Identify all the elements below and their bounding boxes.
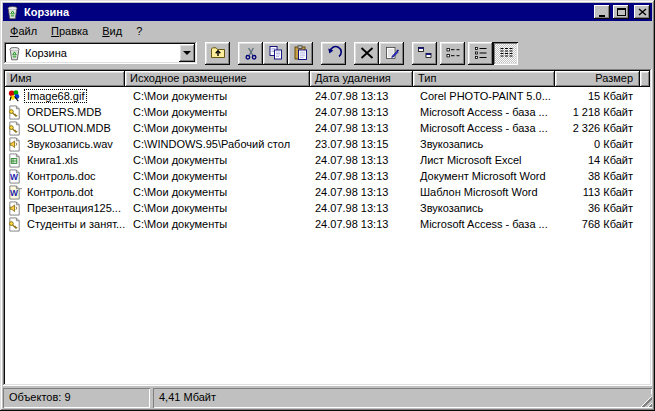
file-type: Corel PHOTO-PAINT 5.0... — [413, 90, 555, 102]
word-document-icon — [7, 169, 22, 184]
file-type: Звукозапись — [413, 138, 555, 150]
file-deleted-date: 24.07.98 13:13 — [310, 170, 413, 182]
menu-view[interactable]: Вид — [95, 24, 129, 39]
column-header-location[interactable]: Исходное размещение — [125, 71, 310, 87]
view-details-button[interactable] — [493, 42, 518, 65]
file-location: C:\Мои документы — [125, 106, 310, 118]
cut-button[interactable] — [238, 42, 263, 65]
file-deleted-date: 23.07.98 13:15 — [310, 138, 413, 150]
menu-help[interactable]: ? — [129, 24, 149, 39]
view-small-icons-button[interactable] — [440, 42, 465, 65]
table-row[interactable]: Презентация125... C:\Мои документы 24.07… — [5, 200, 650, 216]
file-location: C:\Мои документы — [125, 170, 310, 182]
delete-button[interactable] — [354, 42, 379, 65]
file-location: C:\Мои документы — [125, 218, 310, 230]
file-type: Звукозапись — [413, 202, 555, 214]
column-header-size[interactable]: Размер — [555, 71, 640, 87]
view-large-icons-button[interactable] — [412, 42, 437, 65]
file-deleted-date: 24.07.98 13:13 — [310, 202, 413, 214]
maximize-icon — [617, 8, 626, 16]
details-view-icon — [498, 45, 514, 61]
file-name-cell: Контроль.dot — [5, 185, 125, 200]
list-view-icon — [473, 45, 489, 61]
toolbar: Корзина — [3, 40, 652, 68]
undo-arrow-icon — [326, 45, 342, 61]
file-name-cell: Звукозапись.wav — [5, 137, 125, 152]
access-database-icon — [7, 217, 22, 232]
sound-file-icon — [7, 137, 22, 152]
file-size: 113 Кбайт — [555, 186, 640, 198]
maximize-button[interactable] — [613, 5, 629, 19]
file-name: SOLUTION.MDB — [25, 122, 113, 134]
paste-button[interactable] — [288, 42, 313, 65]
file-size: 0 Кбайт — [555, 138, 640, 150]
file-deleted-date: 24.07.98 13:13 — [310, 154, 413, 166]
file-location: C:\Мои документы — [125, 154, 310, 166]
file-name: ORDERS.MDB — [25, 106, 104, 118]
file-list: Имя Исходное размещение Дата удаления Ти… — [3, 69, 652, 386]
file-size: 15 Кбайт — [555, 90, 640, 102]
file-deleted-date: 24.07.98 13:13 — [310, 106, 413, 118]
menu-file[interactable]: Файл — [3, 24, 44, 39]
file-size: 768 Кбайт — [555, 218, 640, 230]
status-object-count: Объектов: 9 — [3, 388, 150, 408]
sound-file-icon — [7, 201, 22, 216]
large-icons-icon — [417, 45, 433, 61]
table-row[interactable]: Контроль.dot C:\Мои документы 24.07.98 1… — [5, 184, 650, 200]
file-name-cell: Image68.gif — [5, 89, 125, 104]
table-row[interactable]: Image68.gif C:\Мои документы 24.07.98 13… — [5, 88, 650, 104]
file-name: Звукозапись.wav — [25, 138, 115, 150]
file-deleted-date: 24.07.98 13:13 — [310, 90, 413, 102]
file-location: C:\Мои документы — [125, 122, 310, 134]
file-type: Microsoft Access - база ... — [413, 218, 555, 230]
file-name: Книга1.xls — [25, 154, 80, 166]
file-name: Презентация125... — [25, 202, 123, 214]
close-button[interactable] — [634, 5, 650, 19]
view-list-button[interactable] — [468, 42, 493, 65]
menu-bar: Файл Правка Вид ? — [3, 21, 652, 40]
file-name-cell: Презентация125... — [5, 201, 125, 216]
combobox-dropdown-button[interactable] — [179, 44, 195, 62]
status-total-size: 4,41 Мбайт — [153, 388, 652, 408]
table-row[interactable]: ORDERS.MDB C:\Мои документы 24.07.98 13:… — [5, 104, 650, 120]
file-deleted-date: 24.07.98 13:13 — [310, 218, 413, 230]
file-size: 14 Кбайт — [555, 154, 640, 166]
file-type: Шаблон Microsoft Word — [413, 186, 555, 198]
access-database-icon — [7, 121, 22, 136]
menu-edit[interactable]: Правка — [44, 24, 95, 39]
file-location: C:\Мои документы — [125, 90, 310, 102]
x-icon — [359, 45, 375, 61]
title-bar[interactable]: Корзина — [3, 3, 652, 21]
column-header-type[interactable]: Тип — [413, 71, 555, 87]
rows-container: Image68.gif C:\Мои документы 24.07.98 13… — [5, 87, 650, 384]
table-row[interactable]: Контроль.doc C:\Мои документы 24.07.98 1… — [5, 168, 650, 184]
file-name-cell: ORDERS.MDB — [5, 105, 125, 120]
address-combobox[interactable]: Корзина — [4, 42, 197, 64]
table-row[interactable]: Звукозапись.wav C:\WINDOWS.95\Рабочий ст… — [5, 136, 650, 152]
properties-button[interactable] — [379, 42, 404, 65]
file-name: Контроль.doc — [25, 170, 98, 182]
status-bar: Объектов: 9 4,41 Мбайт — [3, 388, 652, 408]
up-one-level-button[interactable] — [205, 42, 230, 65]
file-type: Документ Microsoft Word — [413, 170, 555, 182]
copy-button[interactable] — [263, 42, 288, 65]
file-deleted-date: 24.07.98 13:13 — [310, 122, 413, 134]
access-database-icon — [7, 105, 22, 120]
table-row[interactable]: SOLUTION.MDB C:\Мои документы 24.07.98 1… — [5, 120, 650, 136]
recycle-bin-icon[interactable] — [5, 5, 20, 20]
minimize-button[interactable] — [594, 5, 610, 19]
file-size: 36 Кбайт — [555, 202, 640, 214]
table-row[interactable]: Студенты и занят... C:\Мои документы 24.… — [5, 216, 650, 232]
file-name: Студенты и занят... — [25, 218, 125, 230]
undo-button[interactable] — [321, 42, 346, 65]
file-type: Microsoft Access - база ... — [413, 106, 555, 118]
column-header-deleted[interactable]: Дата удаления — [310, 71, 413, 87]
word-template-icon — [7, 185, 22, 200]
file-name-cell: SOLUTION.MDB — [5, 121, 125, 136]
table-row[interactable]: Книга1.xls C:\Мои документы 24.07.98 13:… — [5, 152, 650, 168]
column-header-name[interactable]: Имя — [5, 71, 125, 87]
file-deleted-date: 24.07.98 13:13 — [310, 186, 413, 198]
recycle-bin-icon — [7, 46, 22, 61]
column-headers: Имя Исходное размещение Дата удаления Ти… — [5, 71, 650, 87]
file-location: C:\Мои документы — [125, 202, 310, 214]
